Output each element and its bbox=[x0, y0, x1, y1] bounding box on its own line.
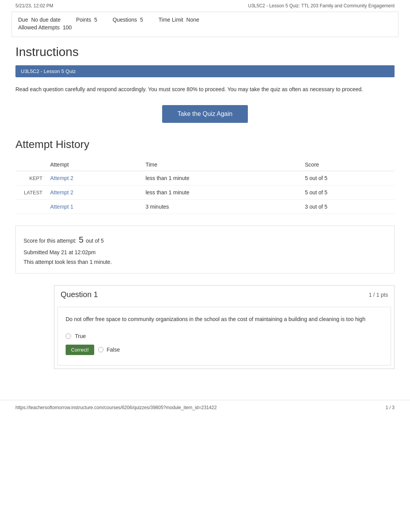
col-header-score: Score bbox=[301, 158, 395, 171]
submitted-line: Submitted May 21 at 12:02pm bbox=[24, 248, 386, 257]
attempt-history-title: Attempt History bbox=[15, 138, 395, 151]
question-text: Do not offer free space to community org… bbox=[66, 315, 383, 323]
table-row: KEPTAttempt 2less than 1 minute5 out of … bbox=[15, 171, 395, 185]
questions-item: Questions 5 bbox=[113, 17, 143, 23]
instructions-text: Read each question carefully and respond… bbox=[15, 85, 395, 93]
due-item: Due No due date bbox=[18, 17, 61, 23]
time-limit-label: Time Limit bbox=[159, 17, 183, 23]
row-score: 5 out of 5 bbox=[301, 185, 395, 200]
row-time: less than 1 minute bbox=[142, 171, 301, 185]
correct-badge: Correct! bbox=[66, 345, 94, 355]
footer-url: https://teachersoftomorrow.instructure.c… bbox=[15, 405, 217, 410]
row-score: 5 out of 5 bbox=[301, 171, 395, 185]
row-time: less than 1 minute bbox=[142, 185, 301, 200]
footer-bar: https://teachersoftomorrow.instructure.c… bbox=[0, 400, 410, 415]
due-value: No due date bbox=[31, 17, 61, 23]
allowed-value: 100 bbox=[63, 24, 71, 31]
content-area: Instructions U3L5C2 - Lesson 5 Quiz Read… bbox=[0, 37, 410, 384]
radio-false bbox=[98, 347, 103, 352]
instructions-title: Instructions bbox=[15, 45, 395, 59]
quiz-meta: Due No due date Points 5 Questions 5 Tim… bbox=[12, 12, 398, 37]
top-bar: 5/21/23, 12:02 PM U3L5C2 - Lesson 5 Quiz… bbox=[0, 0, 410, 12]
page-title: U3L5C2 - Lesson 5 Quiz: TTL 203 Family a… bbox=[248, 3, 395, 8]
allowed-label: Allowed Attempts bbox=[18, 24, 59, 31]
score-suffix: out of 5 bbox=[86, 236, 104, 246]
table-row: LATESTAttempt 2less than 1 minute5 out o… bbox=[15, 185, 395, 200]
meta-row-1: Due No due date Points 5 Questions 5 Tim… bbox=[18, 17, 392, 23]
attempt-table: Attempt Time Score KEPTAttempt 2less tha… bbox=[15, 158, 395, 214]
question-body: Do not offer free space to community org… bbox=[58, 307, 391, 365]
table-header-row: Attempt Time Score bbox=[15, 158, 395, 171]
points-label: Points bbox=[76, 17, 91, 23]
row-label bbox=[15, 200, 46, 214]
allowed-item: Allowed Attempts 100 bbox=[18, 24, 72, 31]
answer-row-false: Correct! False bbox=[66, 345, 383, 355]
score-label: Score for this attempt: bbox=[24, 236, 76, 246]
score-box: Score for this attempt: 5 out of 5 Submi… bbox=[15, 226, 395, 274]
due-label: Due bbox=[18, 17, 28, 23]
question-header: Question 1 1 / 1 pts bbox=[54, 286, 394, 304]
row-score: 3 out of 5 bbox=[301, 200, 395, 214]
answer-label-true: True bbox=[75, 333, 86, 339]
radio-true bbox=[66, 333, 71, 339]
answer-option-true: True bbox=[66, 331, 383, 341]
time-taken-line: This attempt took less than 1 minute. bbox=[24, 257, 386, 267]
footer-page: 1 / 3 bbox=[386, 405, 395, 410]
col-header-time: Time bbox=[142, 158, 301, 171]
row-attempt[interactable]: Attempt 2 bbox=[46, 171, 142, 185]
points-item: Points 5 bbox=[76, 17, 97, 23]
row-label: KEPT bbox=[15, 171, 46, 185]
score-line: Score for this attempt: 5 out of 5 bbox=[24, 232, 386, 248]
score-number: 5 bbox=[79, 232, 83, 248]
question-title: Question 1 bbox=[61, 290, 98, 299]
answer-label-false: False bbox=[107, 347, 120, 353]
question-pts: 1 / 1 pts bbox=[369, 292, 388, 298]
row-attempt[interactable]: Attempt 2 bbox=[46, 185, 142, 200]
quiz-banner: U3L5C2 - Lesson 5 Quiz bbox=[15, 65, 395, 77]
take-quiz-button[interactable]: Take the Quiz Again bbox=[162, 105, 248, 123]
questions-value: 5 bbox=[140, 17, 143, 23]
col-header-attempt: Attempt bbox=[46, 158, 142, 171]
question-block: Question 1 1 / 1 pts Do not offer free s… bbox=[54, 285, 395, 369]
table-row: Attempt 13 minutes3 out of 5 bbox=[15, 200, 395, 214]
time-limit-item: Time Limit None bbox=[159, 17, 200, 23]
time-limit-value: None bbox=[186, 17, 199, 23]
row-time: 3 minutes bbox=[142, 200, 301, 214]
meta-row-2: Allowed Attempts 100 bbox=[18, 24, 392, 31]
col-header-label bbox=[15, 158, 46, 171]
row-label: LATEST bbox=[15, 185, 46, 200]
points-value: 5 bbox=[94, 17, 97, 23]
questions-label: Questions bbox=[113, 17, 137, 23]
take-quiz-container: Take the Quiz Again bbox=[15, 105, 395, 123]
timestamp: 5/21/23, 12:02 PM bbox=[15, 3, 53, 8]
row-attempt[interactable]: Attempt 1 bbox=[46, 200, 142, 214]
